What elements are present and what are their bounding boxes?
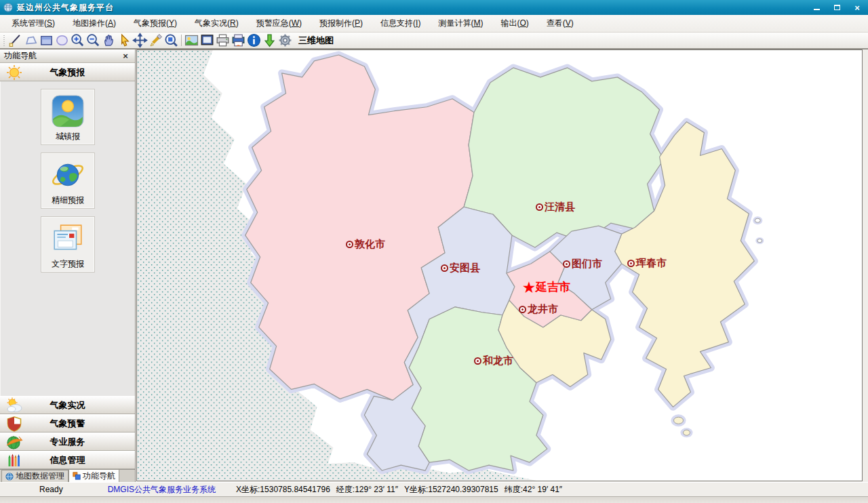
sidebar-tab-bar: 地图数据管理 功能导航	[0, 469, 135, 482]
menu-item-W[interactable]: 预警应急(W)	[248, 15, 311, 32]
toolbar-grip	[3, 35, 6, 46]
menu-item-V[interactable]: 查看(V)	[538, 15, 583, 32]
zoom-out-tool-icon[interactable]	[85, 33, 101, 47]
sidebar-close-icon[interactable]: ×	[120, 51, 131, 62]
info-icon[interactable]	[246, 33, 262, 47]
close-button[interactable]: ×	[852, 3, 863, 12]
map-3d-button[interactable]: 三维地图	[296, 33, 336, 47]
text-forecast-icon	[51, 222, 85, 256]
move-tool-icon[interactable]	[132, 33, 148, 47]
menu-item-I[interactable]: 信息支持(I)	[372, 15, 429, 32]
maximize-button[interactable]	[831, 3, 842, 12]
nav-window-icon	[73, 472, 81, 480]
window-bottom-edge	[0, 496, 868, 503]
sidebar-title: 功能导航	[4, 50, 37, 62]
pan-tool-icon[interactable]	[101, 33, 117, 47]
select-tool-icon[interactable]	[117, 33, 132, 47]
sun-icon	[5, 64, 23, 81]
sun-cloud-icon	[5, 397, 23, 414]
toolbar-separator	[181, 35, 182, 46]
line-tool-icon[interactable]	[7, 33, 23, 47]
menu-item-A[interactable]: 地图操作(A)	[64, 15, 125, 32]
window-title: 延边州公共气象服务平台	[17, 2, 114, 14]
island	[757, 239, 762, 243]
rectangle-tool-icon[interactable]	[39, 33, 54, 47]
status-latitude: 纬度:42° 19′ 41″	[505, 484, 562, 496]
menu-item-S[interactable]: 系统管理(S)	[3, 15, 64, 32]
zoom-window-tool-icon[interactable]	[163, 33, 179, 47]
menu-item-M[interactable]: 测量计算(M)	[429, 15, 492, 32]
status-x-coordinate: X坐标:1530785.84541796	[236, 484, 330, 496]
section-weather-forecast[interactable]: 气象预报	[0, 63, 135, 81]
menu-item-R[interactable]: 气象实况(R)	[186, 15, 248, 32]
status-y-coordinate: Y坐标:1527240.39307815	[404, 484, 498, 496]
zoom-in-tool-icon[interactable]	[70, 33, 85, 47]
status-longitude: 经度:129° 23′ 11″	[336, 484, 398, 496]
window-view-icon[interactable]	[199, 33, 215, 47]
print-icon[interactable]	[215, 33, 231, 47]
tab-label: 功能导航	[83, 470, 115, 482]
section-information-management[interactable]: 信息管理	[0, 451, 135, 469]
tab-function-navigation[interactable]: 功能导航	[68, 469, 119, 482]
print-color-icon[interactable]	[231, 33, 246, 47]
county-regions	[245, 55, 755, 470]
polygon-tool-icon[interactable]	[23, 33, 39, 47]
town-forecast-label: 城镇报	[41, 131, 94, 142]
tab-map-data-management[interactable]: 地图数据管理	[1, 470, 68, 482]
forecast-buttons-area: 城镇报 精细预报	[0, 81, 135, 396]
town-forecast-button[interactable]: 城镇报	[41, 89, 95, 145]
section-professional-services[interactable]: 专业服务	[0, 432, 135, 451]
tab-label: 地图数据管理	[16, 470, 64, 482]
section-weather-live[interactable]: 气象实况	[0, 396, 135, 414]
island	[683, 430, 690, 435]
fine-forecast-button[interactable]: 精细预报	[41, 153, 95, 209]
text-forecast-button[interactable]: 文字预报	[41, 216, 95, 273]
map-canvas[interactable]: 敦化市安图县汪清县图们市珲春市★延吉市龙井市和龙市	[136, 49, 863, 481]
menu-bar: 系统管理(S)地图操作(A)气象预报(Y)气象实况(R)预警应急(W)预报制作(…	[0, 15, 868, 33]
status-bar: Ready DMGIS公共气象服务业务系统 X坐标:1530785.845417…	[0, 482, 868, 496]
map-frame: 敦化市安图县汪清县图们市珲春市★延吉市龙井市和龙市	[136, 49, 868, 482]
settings-gear-icon[interactable]	[277, 33, 293, 47]
pencils-icon	[5, 452, 23, 468]
fine-forecast-globe-icon	[51, 158, 85, 192]
shield-icon	[5, 416, 23, 432]
fine-forecast-label: 精细预报	[41, 195, 94, 206]
title-bar: 延边州公共气象服务平台 ×	[0, 0, 868, 15]
ellipse-tool-icon[interactable]	[54, 33, 70, 47]
locate-down-icon[interactable]	[262, 33, 277, 47]
app-logo-globe-icon	[3, 3, 13, 12]
base-map[interactable]	[137, 50, 862, 481]
export-image-icon[interactable]	[184, 33, 199, 47]
menu-item-O[interactable]: 输出(O)	[492, 15, 537, 32]
text-forecast-label: 文字预报	[41, 258, 94, 270]
section-weather-warning[interactable]: 气象预警	[0, 414, 135, 432]
paint-tool-icon[interactable]	[148, 33, 163, 47]
island	[674, 417, 684, 424]
menu-item-Y[interactable]: 气象预报(Y)	[125, 15, 186, 32]
town-forecast-icon	[51, 94, 85, 128]
status-system-name: DMGIS公共气象服务业务系统	[108, 484, 216, 496]
map-data-globe-icon	[5, 472, 14, 481]
sidebar-panel: 功能导航 × 气象预报	[0, 49, 136, 482]
globe-arrow-icon	[5, 434, 23, 450]
menu-item-P[interactable]: 预报制作(P)	[311, 15, 372, 32]
minimize-button[interactable]	[811, 3, 822, 12]
status-ready: Ready	[39, 485, 63, 494]
island	[755, 218, 760, 222]
tool-bar: 三维地图	[0, 33, 868, 49]
